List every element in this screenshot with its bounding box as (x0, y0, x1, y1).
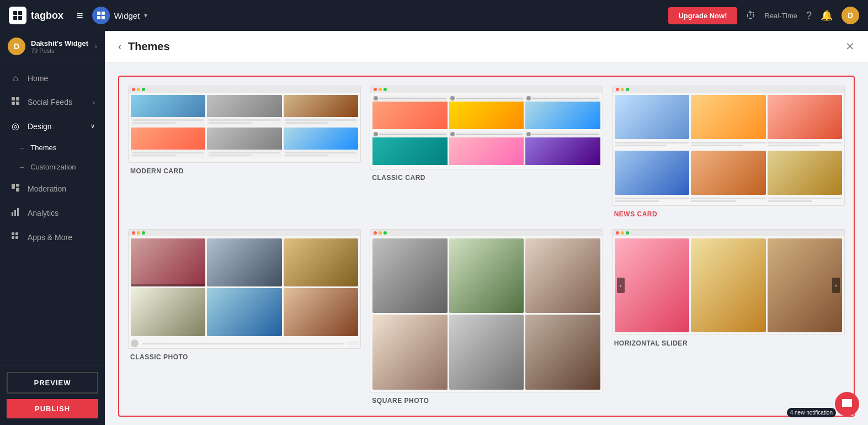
dot-red-icon (374, 231, 377, 235)
classic-avatar-sm-5 (450, 132, 455, 136)
classic-mini-top-4 (372, 131, 447, 137)
mini-card-2 (207, 95, 281, 126)
sidebar-item-analytics-label: Analytics (28, 209, 58, 217)
news-card-text-5 (691, 196, 765, 203)
apps-more-icon (10, 232, 21, 243)
content-area: ‹ Themes ✕ (105, 31, 868, 425)
news-text-line-short (691, 145, 743, 146)
mini-card-img-1 (131, 95, 205, 117)
slider-content: ‹ › (613, 236, 844, 334)
design-icon: ◎ (10, 121, 21, 131)
sidebar-item-analytics[interactable]: Analytics (0, 201, 105, 225)
preview-button[interactable]: PREVIEW (7, 372, 98, 394)
chat-bubble[interactable] (835, 392, 859, 416)
news-text-line (768, 198, 842, 199)
mini-card-3 (284, 95, 358, 126)
customization-dot-icon: – (20, 163, 24, 171)
user-avatar[interactable]: D (842, 7, 859, 24)
news-text-line-short (615, 145, 667, 146)
theme-news-card[interactable]: NEWS CARD (612, 86, 845, 220)
dot-green-icon (142, 88, 145, 91)
help-icon[interactable]: ? (806, 10, 812, 22)
classic-mini-top-1 (372, 95, 447, 102)
classic-photo-6 (284, 288, 358, 336)
upgrade-button[interactable]: Upgrade Now! (668, 7, 737, 24)
classic-mini-5 (449, 131, 524, 165)
widget-label: Widget (114, 11, 140, 20)
sidebar-item-themes[interactable]: – Themes (0, 138, 105, 157)
classic-name-line-4 (379, 134, 446, 135)
svg-rect-15 (12, 212, 13, 216)
sidebar-item-design[interactable]: ◎ Design ∨ (0, 114, 105, 138)
news-text-line (691, 198, 765, 199)
svg-rect-21 (15, 236, 18, 239)
menu-icon[interactable]: ≡ (77, 9, 83, 22)
sidebar: D Dakshit's Widget 79 Posts › ⌂ Home (0, 31, 105, 425)
notification-icon[interactable]: 🔔 (821, 9, 833, 22)
text-line (209, 119, 280, 121)
svg-rect-12 (12, 184, 15, 189)
slider-right-arrow-icon[interactable]: › (832, 278, 840, 293)
sidebar-item-moderation[interactable]: Moderation (0, 177, 105, 201)
modern-card-row-1 (131, 95, 358, 126)
theme-square-photo[interactable]: SQUARE PHOTO (370, 229, 603, 407)
news-text-line-short (768, 200, 812, 202)
widget-selector[interactable]: Widget ▾ (92, 7, 148, 24)
theme-modern-card[interactable]: MODERN CARD (128, 86, 361, 220)
svg-rect-10 (12, 102, 15, 105)
topbar-right: Upgrade Now! ⏱ Real-Time ? 🔔 D (668, 7, 859, 24)
dot-yellow-icon (137, 88, 140, 91)
square-photo-grid (370, 236, 602, 392)
sidebar-item-social-feeds[interactable]: Social Feeds › (0, 90, 105, 114)
publish-button[interactable]: PUBLISH (7, 399, 98, 418)
svg-rect-17 (17, 208, 19, 216)
home-icon: ⌂ (10, 73, 21, 83)
classic-name-line (379, 98, 446, 99)
logo-icon (9, 7, 26, 24)
news-card-text-6 (768, 196, 842, 203)
classic-mini-2 (449, 95, 524, 129)
modern-card-content (129, 93, 360, 162)
classic-mini-img-5 (449, 137, 524, 165)
horizontal-slider-header (613, 230, 844, 236)
classic-photo-1 (131, 238, 205, 286)
classic-avatar-sm-4 (374, 132, 378, 136)
square-photo-5 (449, 315, 524, 389)
theme-classic-photo[interactable]: CLASSIC PHOTO (128, 229, 361, 407)
sidebar-item-moderation-label: Moderation (28, 184, 66, 193)
classic-name-line-6 (532, 134, 599, 135)
text-line-short (209, 155, 252, 156)
news-text-line-short (768, 145, 820, 146)
dot-yellow-icon (137, 231, 140, 235)
widget-icon (92, 7, 110, 24)
sidebar-widget-header[interactable]: D Dakshit's Widget 79 Posts › (0, 31, 105, 62)
text-line (285, 152, 356, 153)
svg-point-24 (849, 402, 850, 403)
slider-left-arrow-icon[interactable]: ‹ (617, 278, 625, 293)
classic-photo-avatar (131, 339, 139, 347)
svg-point-22 (846, 402, 848, 403)
svg-rect-0 (13, 11, 17, 15)
svg-rect-11 (16, 102, 19, 105)
close-button[interactable]: ✕ (845, 40, 855, 53)
classic-mini-6 (525, 131, 600, 165)
news-text-line (615, 142, 689, 144)
theme-horizontal-slider-preview: ‹ › (612, 229, 845, 335)
news-card-text-1 (615, 141, 689, 147)
mini-card-text-3 (284, 117, 358, 126)
sidebar-item-design-label: Design (28, 122, 52, 131)
sidebar-nav: ⌂ Home Social Feeds › ◎ Design ∨ (0, 62, 105, 365)
mini-card-img-2 (207, 95, 281, 117)
news-text-line-short (615, 200, 659, 202)
mini-card-1 (131, 95, 205, 126)
sidebar-item-customization[interactable]: – Customization (0, 157, 105, 177)
sidebar-item-apps-more[interactable]: Apps & More (0, 225, 105, 249)
theme-classic-card[interactable]: CLASSIC CARD (370, 86, 603, 220)
dot-green-icon (384, 88, 387, 91)
sidebar-item-home[interactable]: ⌂ Home (0, 67, 105, 90)
theme-horizontal-slider[interactable]: ‹ › HORIZONTAL SLIDER (612, 229, 845, 407)
back-button[interactable]: ‹ (118, 41, 121, 52)
classic-row-2 (372, 131, 600, 165)
dot-green-icon (384, 231, 387, 235)
classic-photo-2 (207, 238, 281, 286)
